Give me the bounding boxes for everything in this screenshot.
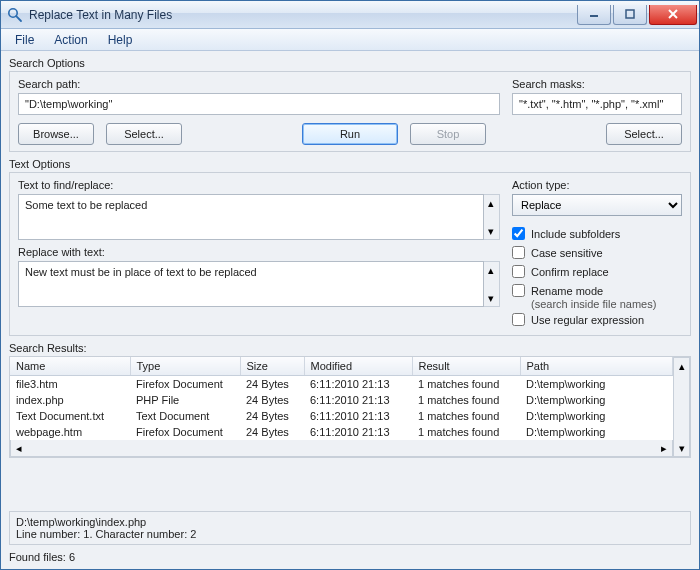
status-panel: D:\temp\working\index.php Line number: 1…: [9, 511, 691, 545]
cell-type: Firefox Document: [130, 424, 240, 440]
cell-name: file3.htm: [10, 376, 130, 393]
cell-size: 24 Bytes: [240, 376, 304, 393]
cell-type: PHP File: [130, 392, 240, 408]
window-title: Replace Text in Many Files: [29, 8, 172, 22]
select-path-button[interactable]: Select...: [106, 123, 182, 145]
search-options-group: Search Options Search path: Search masks…: [9, 57, 691, 152]
col-size[interactable]: Size: [240, 357, 304, 376]
col-result[interactable]: Result: [412, 357, 520, 376]
scroll-down-icon: ▾: [484, 223, 499, 239]
cell-result: 1 matches found: [412, 376, 520, 393]
svg-rect-3: [626, 10, 634, 18]
cell-result: 1 matches found: [412, 424, 520, 440]
close-icon: [667, 8, 679, 20]
cell-path: D:\temp\working: [520, 424, 673, 440]
scroll-left-icon: ◂: [11, 440, 27, 456]
titlebar: Replace Text in Many Files: [1, 1, 699, 29]
scroll-up-icon: ▴: [484, 262, 499, 278]
minimize-icon: [589, 9, 599, 19]
cell-name: index.php: [10, 392, 130, 408]
menu-action[interactable]: Action: [44, 31, 97, 49]
confirm-replace-check[interactable]: Confirm replace: [512, 265, 682, 278]
cell-size: 24 Bytes: [240, 424, 304, 440]
cell-type: Firefox Document: [130, 376, 240, 393]
table-row[interactable]: webpage.htmFirefox Document24 Bytes6:11:…: [10, 424, 673, 440]
cell-modified: 6:11:2010 21:13: [304, 408, 412, 424]
find-vscroll[interactable]: ▴ ▾: [484, 194, 500, 240]
maximize-icon: [625, 9, 635, 19]
col-path[interactable]: Path: [520, 357, 673, 376]
client-area: Search Options Search path: Search masks…: [1, 51, 699, 569]
table-header-row: Name Type Size Modified Result Path: [10, 357, 673, 376]
app-icon: [7, 7, 23, 23]
table-row[interactable]: Text Document.txtText Document24 Bytes6:…: [10, 408, 673, 424]
scroll-up-icon: ▴: [484, 195, 499, 211]
replace-vscroll[interactable]: ▴ ▾: [484, 261, 500, 307]
scroll-down-icon: ▾: [674, 440, 689, 456]
maximize-button[interactable]: [613, 5, 647, 25]
table-row[interactable]: index.phpPHP File24 Bytes6:11:2010 21:13…: [10, 392, 673, 408]
close-button[interactable]: [649, 5, 697, 25]
cell-size: 24 Bytes: [240, 392, 304, 408]
search-masks-input[interactable]: [512, 93, 682, 115]
app-window: Replace Text in Many Files File Action H…: [0, 0, 700, 570]
results-vscroll[interactable]: ▴ ▾: [673, 357, 690, 457]
cell-type: Text Document: [130, 408, 240, 424]
cell-path: D:\temp\working: [520, 392, 673, 408]
case-sensitive-check[interactable]: Case sensitive: [512, 246, 682, 259]
results-table[interactable]: Name Type Size Modified Result Path file…: [10, 357, 673, 440]
results-hscroll[interactable]: ◂ ▸: [10, 440, 673, 457]
cell-name: webpage.htm: [10, 424, 130, 440]
table-row[interactable]: file3.htmFirefox Document24 Bytes6:11:20…: [10, 376, 673, 393]
text-options-group: Text Options Text to find/replace: ▴ ▾ R…: [9, 158, 691, 336]
include-subfolders-check[interactable]: Include subfolders: [512, 227, 682, 240]
search-results-group: Search Results: Name Type Size Modified: [9, 342, 691, 505]
cell-path: D:\temp\working: [520, 376, 673, 393]
find-text-input[interactable]: [18, 194, 484, 240]
text-options-title: Text Options: [9, 158, 691, 170]
cell-modified: 6:11:2010 21:13: [304, 376, 412, 393]
minimize-button[interactable]: [577, 5, 611, 25]
select-masks-button[interactable]: Select...: [606, 123, 682, 145]
cell-modified: 6:11:2010 21:13: [304, 424, 412, 440]
cell-name: Text Document.txt: [10, 408, 130, 424]
footer-status: Found files: 6: [9, 551, 691, 563]
rename-mode-sub: (search inside file names): [531, 298, 682, 310]
col-type[interactable]: Type: [130, 357, 240, 376]
cell-path: D:\temp\working: [520, 408, 673, 424]
replace-text-input[interactable]: [18, 261, 484, 307]
scroll-up-icon: ▴: [674, 358, 689, 374]
search-path-label: Search path:: [18, 78, 500, 90]
menu-help[interactable]: Help: [98, 31, 143, 49]
status-line1: D:\temp\working\index.php: [16, 516, 684, 528]
scroll-right-icon: ▸: [656, 440, 672, 456]
search-options-title: Search Options: [9, 57, 691, 69]
search-masks-label: Search masks:: [512, 78, 682, 90]
cell-modified: 6:11:2010 21:13: [304, 392, 412, 408]
search-path-input[interactable]: [18, 93, 500, 115]
search-results-title: Search Results:: [9, 342, 691, 354]
menubar: File Action Help: [1, 29, 699, 51]
replace-label: Replace with text:: [18, 246, 500, 258]
cell-size: 24 Bytes: [240, 408, 304, 424]
menu-file[interactable]: File: [5, 31, 44, 49]
rename-mode-check[interactable]: Rename mode: [512, 284, 682, 297]
action-type-select[interactable]: Replace: [512, 194, 682, 216]
use-regex-check[interactable]: Use regular expression: [512, 313, 682, 326]
scroll-down-icon: ▾: [484, 290, 499, 306]
col-name[interactable]: Name: [10, 357, 130, 376]
col-modified[interactable]: Modified: [304, 357, 412, 376]
window-controls: [577, 5, 699, 25]
stop-button[interactable]: Stop: [410, 123, 486, 145]
run-button[interactable]: Run: [302, 123, 398, 145]
cell-result: 1 matches found: [412, 408, 520, 424]
svg-line-1: [16, 16, 21, 21]
action-type-label: Action type:: [512, 179, 682, 191]
cell-result: 1 matches found: [412, 392, 520, 408]
browse-button[interactable]: Browse...: [18, 123, 94, 145]
status-line2: Line number: 1. Character number: 2: [16, 528, 684, 540]
find-label: Text to find/replace:: [18, 179, 500, 191]
